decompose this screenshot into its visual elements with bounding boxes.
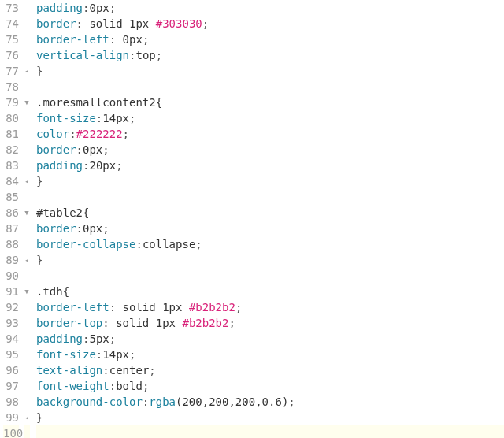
line-number: 98	[3, 394, 19, 410]
semicolon: ;	[123, 126, 129, 142]
semicolon: ;	[195, 236, 202, 252]
line-number: 79	[3, 95, 19, 110]
line-number: 100	[3, 425, 19, 438]
fold-column: ◂▼◂▼◂▼◂	[24, 0, 30, 438]
css-property: font-size	[36, 110, 96, 126]
css-property: border	[36, 221, 76, 236]
fold-open-icon[interactable]: ▼	[24, 284, 28, 299]
code-line[interactable]: padding:5px;	[36, 331, 504, 347]
code-line[interactable]: border:0px;	[36, 221, 504, 236]
code-line[interactable]: #table2{	[36, 205, 504, 221]
blank	[36, 189, 43, 205]
css-property: padding	[36, 0, 83, 16]
line-number: 89	[3, 252, 19, 268]
line-number: 78	[3, 79, 19, 95]
line-number: 76	[3, 47, 19, 63]
css-value: solid 1px	[123, 299, 189, 315]
code-line[interactable]: text-align:center;	[36, 362, 504, 378]
css-value: center	[109, 362, 150, 378]
css-value: collapse	[143, 236, 195, 252]
colon: :	[109, 299, 123, 315]
semicolon: ;	[129, 347, 135, 362]
code-line[interactable]: .moresmallcontent2{	[36, 95, 504, 110]
css-property: border-left	[36, 299, 109, 315]
line-number: 75	[3, 32, 19, 47]
colon: :	[109, 32, 123, 47]
code-line[interactable]: font-size:14px;	[36, 110, 504, 126]
code-line[interactable]	[36, 425, 504, 438]
colon: :	[102, 315, 116, 331]
css-value: 0px	[123, 32, 143, 47]
code-line[interactable]	[36, 268, 504, 284]
code-area[interactable]: padding:0px;border: solid 1px #303030;bo…	[30, 0, 504, 438]
code-line[interactable]: border-top: solid 1px #b2b2b2;	[36, 315, 504, 331]
code-line[interactable]: vertical-align:top;	[36, 47, 504, 63]
css-value: bold	[116, 378, 143, 394]
line-number: 86	[3, 205, 19, 221]
semicolon: ;	[109, 331, 116, 347]
css-value: 14px	[102, 110, 129, 126]
css-property: border-left	[36, 32, 109, 47]
code-line[interactable]: padding:20px;	[36, 158, 504, 173]
code-line[interactable]: padding:0px;	[36, 0, 504, 16]
colon: :	[83, 331, 89, 347]
colon: :	[129, 47, 135, 63]
code-editor[interactable]: 7374757677787980818283848586878889909192…	[0, 0, 504, 438]
css-property: font-size	[36, 347, 96, 362]
semicolon: ;	[202, 16, 209, 32]
code-line[interactable]: border-left: 0px;	[36, 32, 504, 47]
css-value: 20px	[89, 158, 116, 173]
css-value: solid 1px	[89, 16, 155, 32]
fold-close-icon[interactable]: ◂	[24, 410, 28, 425]
code-line[interactable]: color:#222222;	[36, 126, 504, 142]
fold-close-icon[interactable]: ◂	[24, 252, 28, 268]
colon: :	[102, 362, 109, 378]
code-line[interactable]: border-collapse:collapse;	[36, 236, 504, 252]
code-line[interactable]: font-size:14px;	[36, 347, 504, 362]
fold-open-icon[interactable]: ▼	[24, 95, 28, 110]
css-property: padding	[36, 331, 83, 347]
fold-close-icon[interactable]: ◂	[24, 63, 28, 79]
semicolon: ;	[129, 110, 135, 126]
line-number: 95	[3, 347, 19, 362]
blank	[36, 79, 43, 95]
line-number: 97	[3, 378, 19, 394]
code-line[interactable]: }	[36, 252, 504, 268]
line-number: 88	[3, 236, 19, 252]
line-number: 96	[3, 362, 19, 378]
css-value: 5px	[89, 331, 109, 347]
css-property: font-weight	[36, 378, 109, 394]
code-line[interactable]: border:0px;	[36, 142, 504, 158]
code-line[interactable]: .tdh{	[36, 284, 504, 299]
css-color: #b2b2b2	[189, 299, 235, 315]
fold-open-icon[interactable]: ▼	[24, 205, 28, 221]
line-number: 77	[3, 63, 19, 79]
css-property: text-align	[36, 362, 102, 378]
code-line[interactable]: font-weight:bold;	[36, 378, 504, 394]
brace-close: }	[36, 173, 43, 189]
colon: :	[83, 158, 89, 173]
code-line[interactable]	[36, 189, 504, 205]
css-property: color	[36, 126, 69, 142]
css-property: border-collapse	[36, 236, 135, 252]
code-line[interactable]: }	[36, 410, 504, 425]
css-property: border	[36, 142, 76, 158]
code-line[interactable]: }	[36, 173, 504, 189]
line-number: 82	[3, 142, 19, 158]
semicolon: ;	[102, 221, 109, 236]
code-line[interactable]: border-left: solid 1px #b2b2b2;	[36, 299, 504, 315]
colon: :	[96, 110, 102, 126]
css-value: 0px	[83, 142, 102, 158]
colon: :	[69, 126, 76, 142]
line-number: 92	[3, 299, 19, 315]
css-selector: .moresmallcontent2{	[36, 95, 162, 110]
css-value: 0px	[89, 0, 109, 16]
code-line[interactable]: background-color:rgba(200,200,200,0.6);	[36, 394, 504, 410]
code-line[interactable]: }	[36, 63, 504, 79]
code-line[interactable]	[36, 79, 504, 95]
semicolon: ;	[143, 378, 149, 394]
css-args: (200,200,200,0.6)	[176, 394, 288, 410]
line-number: 80	[3, 110, 19, 126]
code-line[interactable]: border: solid 1px #303030;	[36, 16, 504, 32]
fold-close-icon[interactable]: ◂	[24, 173, 28, 189]
